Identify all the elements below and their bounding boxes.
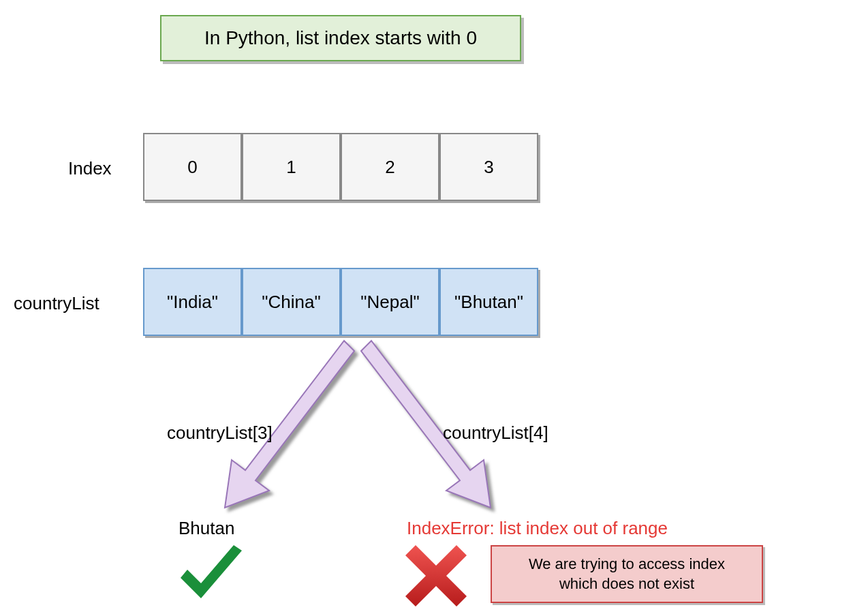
index-cell: 3 (439, 133, 538, 201)
list-label: countryList (14, 293, 99, 314)
index-cell: 0 (143, 133, 242, 201)
check-icon (174, 545, 249, 606)
title-text: In Python, list index starts with 0 (204, 27, 477, 49)
index-cell: 1 (242, 133, 341, 201)
index-row: 0 1 2 3 (143, 133, 538, 201)
list-cell: "China" (242, 268, 341, 336)
list-row: "India" "China" "Nepal" "Bhutan" (143, 268, 538, 336)
list-cell: "Nepal" (341, 268, 439, 336)
title-box: In Python, list index starts with 0 (160, 15, 521, 61)
note-line: which does not exist (503, 574, 751, 594)
note-box: We are trying to access index which does… (491, 545, 763, 603)
error-text: IndexError: list index out of range (407, 518, 668, 539)
left-access-label: countryList[3] (167, 422, 273, 444)
left-result: Bhutan (179, 518, 234, 539)
cross-icon (405, 545, 467, 606)
index-cell: 2 (341, 133, 439, 201)
index-label: Index (68, 158, 112, 179)
right-access-label: countryList[4] (443, 422, 548, 444)
note-line: We are trying to access index (503, 555, 751, 574)
list-cell: "Bhutan" (439, 268, 538, 336)
list-cell: "India" (143, 268, 242, 336)
